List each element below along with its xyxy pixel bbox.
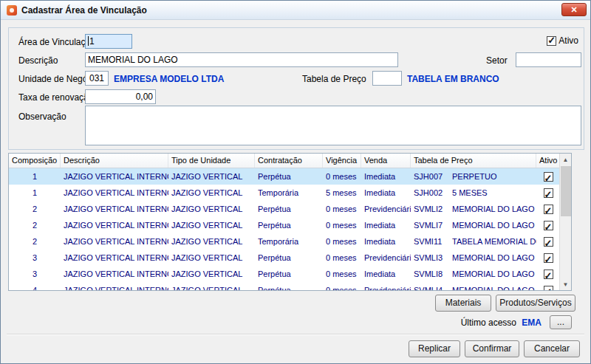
row-ativo-checkbox[interactable] (536, 233, 560, 250)
setor-input[interactable] (516, 52, 581, 67)
col-header-venda[interactable]: Venda (361, 154, 411, 168)
row-ativo-checkbox[interactable] (536, 250, 560, 266)
col-header-contratacao[interactable]: Contratação (255, 154, 323, 168)
cell-desc: JAZIGO VERTICAL INTERNO 2ª OF (61, 201, 168, 217)
col-header-tabela-preco[interactable]: Tabela de Preço (411, 154, 536, 168)
taxa-renovacao-label: Taxa de renovação (18, 92, 93, 103)
col-header-ativo[interactable]: Ativo (536, 154, 560, 168)
col-header-vigencia[interactable]: Vigência (323, 154, 361, 168)
col-header-tipo-unidade[interactable]: Tipo de Unidade (168, 154, 255, 168)
row-ativo-checkbox[interactable] (536, 282, 560, 290)
table-row[interactable]: 1JAZIGO VERTICAL INTERNO 1ª OFJAZIGO VER… (9, 185, 560, 201)
cell-nome: MEMORIAL DO LAGO INTERNO (449, 217, 536, 233)
cell-tipo: JAZIGO VERTICAL (168, 185, 255, 201)
cell-desc: JAZIGO VERTICAL INTERNO 4ª OF (61, 282, 168, 290)
cell-contr: Perpétua (255, 217, 323, 233)
text-caret (88, 36, 89, 46)
titlebar[interactable]: Cadastrar Área de Vinculação ✕ (1, 1, 590, 20)
cell-venda: Imediata (361, 266, 411, 282)
checkbox-icon (544, 253, 553, 263)
cell-comp: 3 (9, 250, 61, 266)
row-ativo-checkbox[interactable] (536, 217, 560, 233)
setor-label: Setor (486, 55, 508, 66)
cell-nome: MEMORIAL DO LAGO INTERNO (449, 250, 536, 266)
cell-desc: JAZIGO VERTICAL INTERNO 3ª OF (61, 266, 168, 282)
table-row[interactable]: 2JAZIGO VERTICAL INTERNO 2ª OFJAZIGO VER… (9, 233, 560, 250)
cell-contr: Temporária (255, 185, 323, 201)
cell-cod: SJH002 (411, 185, 449, 201)
ativo-checkbox-group[interactable]: Ativo (547, 35, 578, 46)
cell-contr: Perpétua (255, 282, 323, 290)
cell-contr: Temporária (255, 233, 323, 250)
cell-tipo: JAZIGO VERTICAL (168, 266, 255, 282)
ultimo-acesso-ellipsis-button[interactable]: ... (550, 315, 572, 329)
table-row[interactable]: 1JAZIGO VERTICAL INTERNO 1ª OFJAZIGO VER… (9, 168, 560, 185)
table-row[interactable]: 3JAZIGO VERTICAL INTERNO 3ª OFJAZIGO VER… (9, 266, 560, 282)
scroll-up-button[interactable]: ▲ (560, 154, 571, 165)
cell-comp: 4 (9, 282, 61, 290)
cell-vig: 0 meses (323, 201, 361, 217)
row-ativo-checkbox[interactable] (536, 201, 560, 217)
cell-contr: Perpétua (255, 201, 323, 217)
cell-vig: 0 meses (323, 282, 361, 290)
area-vinculacao-label: Área de Vinculação (18, 37, 95, 47)
footer-separator (7, 334, 584, 335)
descricao-input[interactable] (85, 52, 398, 67)
cell-cod: SVMLI7 (411, 217, 449, 233)
col-header-composicao[interactable]: Composição (9, 154, 61, 168)
area-vinculacao-input[interactable]: 1 (85, 34, 132, 49)
scroll-down-button[interactable]: ▼ (560, 278, 571, 290)
ativo-checkbox[interactable] (547, 36, 556, 46)
table-scrollbar[interactable]: ▲ ▼ (559, 154, 571, 290)
cell-comp: 2 (9, 217, 61, 233)
cell-comp: 1 (9, 168, 61, 185)
cell-cod: SVMLI4 (411, 282, 449, 290)
table-row[interactable]: 4JAZIGO VERTICAL INTERNO 4ª OFJAZIGO VER… (9, 282, 560, 290)
cell-desc: JAZIGO VERTICAL INTERNO 2ª OF (61, 233, 168, 250)
taxa-renovacao-input[interactable] (85, 89, 156, 104)
grid-header: Composição Descrição Tipo de Unidade Con… (9, 154, 560, 168)
descricao-label: Descrição (18, 55, 58, 66)
cell-tipo: JAZIGO VERTICAL (168, 282, 255, 290)
cancelar-button[interactable]: Cancelar (524, 340, 580, 357)
scroll-thumb[interactable] (561, 166, 571, 216)
table-row[interactable]: 2JAZIGO VERTICAL INTERNO 2ª OFJAZIGO VER… (9, 201, 560, 217)
cell-vig: 0 meses (323, 217, 361, 233)
produtos-servicos-button[interactable]: Produtos/Serviços (496, 295, 575, 312)
app-icon (7, 5, 17, 16)
cell-cod: SVMLI8 (411, 266, 449, 282)
cell-vig: 0 meses (323, 250, 361, 266)
cell-comp: 3 (9, 266, 61, 282)
col-header-descricao[interactable]: Descrição (61, 154, 168, 168)
materiais-button[interactable]: Materiais (435, 295, 491, 312)
cell-contr: Perpétua (255, 168, 323, 185)
observacao-textarea[interactable] (85, 106, 581, 145)
confirmar-button[interactable]: Confirmar (465, 340, 519, 357)
window-title: Cadastrar Área de Vinculação (21, 5, 147, 16)
checkbox-icon (544, 237, 553, 247)
table-row[interactable]: 2JAZIGO VERTICAL INTERNO 2ª OFJAZIGO VER… (9, 217, 560, 233)
grid-body[interactable]: 1JAZIGO VERTICAL INTERNO 1ª OFJAZIGO VER… (9, 168, 560, 290)
cell-desc: JAZIGO VERTICAL INTERNO 1ª OF (61, 185, 168, 201)
tabela-preco-code-input[interactable] (372, 71, 402, 86)
cell-venda: Imediata (361, 217, 411, 233)
cell-comp: 2 (9, 233, 61, 250)
checkbox-icon (544, 188, 553, 198)
cell-tipo: JAZIGO VERTICAL (168, 168, 255, 185)
composicoes-grid: Composição Descrição Tipo de Unidade Con… (8, 153, 572, 291)
close-button[interactable]: ✕ (561, 3, 587, 16)
table-row[interactable]: 3JAZIGO VERTICAL INTERNO 3ª OFJAZIGO VER… (9, 250, 560, 266)
row-ativo-checkbox[interactable] (536, 266, 560, 282)
unidade-negocio-code-input[interactable] (85, 71, 109, 86)
replicar-button[interactable]: Replicar (409, 340, 460, 357)
cell-nome: PERPETUO (449, 168, 536, 185)
cell-nome: MEMORIAL DO LAGO INTERNO (449, 201, 536, 217)
ultimo-acesso-value: EMA (522, 317, 542, 328)
cell-nome: TABELA MEMORIAL DO LAGO II (449, 233, 536, 250)
row-ativo-checkbox[interactable] (536, 168, 560, 185)
ativo-label: Ativo (558, 35, 578, 46)
cell-contr: Perpétua (255, 266, 323, 282)
row-ativo-checkbox[interactable] (536, 185, 560, 201)
cell-nome: 5 MESES (449, 185, 536, 201)
area-vinculacao-value: 1 (89, 36, 95, 47)
